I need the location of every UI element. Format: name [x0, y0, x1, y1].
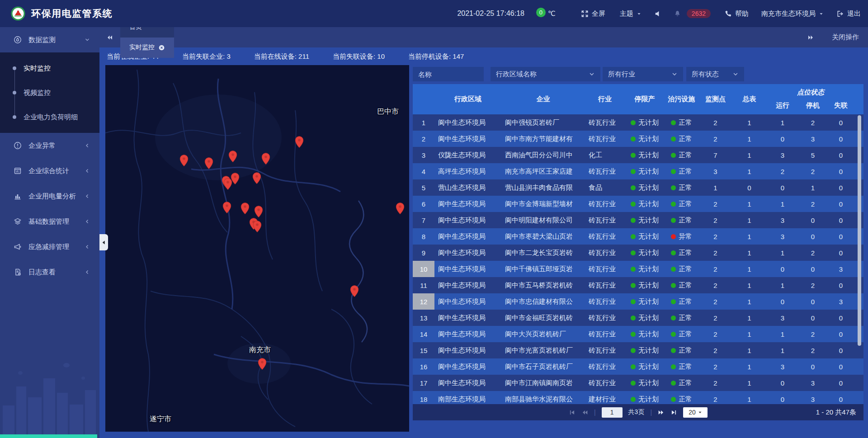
status-dot-green	[631, 299, 636, 304]
table-row[interactable]: 16阆中生态环境局阆中市石子页岩机砖厂砖瓦行业无计划正常21300	[413, 358, 863, 375]
notification-button[interactable]: 2632	[674, 9, 711, 18]
page-last-icon[interactable]	[670, 409, 677, 416]
table-row[interactable]: 14阆中生态环境局阆中大兴页岩机砖厂砖瓦行业无计划正常21120	[413, 326, 863, 342]
tabs-scroll-left-button[interactable]	[99, 27, 120, 47]
table-row[interactable]: 18南部生态环境局南部县驰华水泥有限公建材行业无计划正常21030	[413, 391, 863, 404]
cell-limit: 无计划	[625, 358, 665, 375]
status-dot-green	[671, 185, 676, 190]
sidebar-subitem[interactable]: 视频监控	[0, 80, 99, 105]
cell-meters: 1	[732, 293, 766, 310]
map-pin-icon[interactable]	[254, 206, 263, 218]
cell-company: 阆中市石子页岩机砖厂	[501, 358, 585, 375]
sidebar-item-power-analysis[interactable]: 企业用电量分析	[0, 184, 99, 209]
region-filter-select[interactable]: 行政区域名称	[491, 67, 600, 81]
cell-meters: 0	[732, 179, 766, 196]
map-pin-icon[interactable]	[179, 155, 189, 167]
cell-company: 阆中明阳建材有限公司	[501, 212, 585, 228]
map-pin-icon[interactable]	[241, 203, 250, 215]
horn-icon	[14, 243, 22, 251]
point-status-subheaders: 运行停机失联	[766, 97, 855, 114]
sidebar-subitem[interactable]: 企业电力负荷明细	[0, 105, 99, 129]
table-row[interactable]: 7阆中生态环境局阆中明阳建材有限公司砖瓦行业无计划正常21300	[413, 212, 863, 228]
sidebar-item-enterprise-stats[interactable]: 企业综合统计	[0, 158, 99, 184]
city-label: 巴中市	[377, 107, 399, 117]
cell-facility: 正常	[665, 277, 698, 293]
sidebar-subitem[interactable]: 实时监控	[0, 56, 99, 80]
sidebar-item-enterprise-abnormal[interactable]: 企业异常	[0, 133, 99, 158]
sidebar-item-base-data[interactable]: 基础数据管理	[0, 209, 99, 234]
table-row[interactable]: 8阆中生态环境局阆中市枣碧大梁山页岩砖瓦行业无计划异常21300	[413, 228, 863, 245]
table-row[interactable]: 12阆中生态环境局阆中市忠信建材有限公砖瓦行业无计划正常21003	[413, 293, 863, 310]
chevron-down-icon	[84, 37, 90, 43]
table-scrollbar[interactable]	[858, 115, 861, 346]
table-row[interactable]: 2阆中生态环境局阆中市南方节能建材有砖瓦行业无计划正常21030	[413, 131, 863, 147]
cell-facility-text: 正常	[679, 184, 692, 192]
industry-filter-select[interactable]: 所有行业	[603, 67, 683, 81]
cell-num: 16	[413, 358, 434, 375]
sidebar-item-emergency[interactable]: 应急减排管理	[0, 234, 99, 259]
table-row[interactable]: 11阆中生态环境局阆中市五马桥页岩机砖砖瓦行业无计划正常21120	[413, 277, 863, 293]
page-next-icon[interactable]	[658, 409, 665, 416]
stat-label: 当前停机设备:	[408, 52, 453, 60]
close-operations-button[interactable]: 关闭操作	[821, 33, 868, 42]
map-pin-icon[interactable]	[222, 202, 231, 214]
table-row[interactable]: 3仪陇生态环境局西南油气田分公司川中化工无计划正常71350	[413, 147, 863, 163]
table-row[interactable]: 9阆中生态环境局阆中市二龙长宝页岩砖砖瓦行业无计划正常21120	[413, 245, 863, 261]
map-pin-icon[interactable]	[228, 151, 237, 163]
sidebar-item-data-monitor[interactable]: 数据监测	[0, 27, 99, 52]
cell-limit-text: 无计划	[638, 151, 659, 160]
map-pin-icon[interactable]	[295, 136, 304, 148]
table-row[interactable]: 6阆中生态环境局阆中市金博瑞新型墙材砖瓦行业无计划正常21120	[413, 196, 863, 212]
table-row[interactable]: 13阆中生态环境局阆中市金福旺页岩机砖砖瓦行业无计划正常21300	[413, 310, 863, 326]
map-pin-icon[interactable]	[261, 153, 270, 165]
sidebar-item-log-view[interactable]: 日志查看	[0, 259, 99, 285]
map-pin-icon[interactable]	[253, 221, 262, 233]
sidebar-subitem-label: 企业电力负荷明细	[24, 113, 78, 122]
cell-company: 西南油气田分公司川中	[501, 147, 585, 163]
map-pin-icon[interactable]	[350, 285, 359, 297]
tabs-scroll-right-button[interactable]	[800, 27, 821, 47]
org-menu-button[interactable]: 南充市生态环境局	[761, 9, 824, 18]
name-filter-field[interactable]	[413, 67, 484, 81]
cell-run: 0	[766, 293, 799, 310]
tab-实时监控[interactable]: 实时监控	[120, 38, 174, 58]
chevron-left-icon	[84, 193, 90, 199]
map-pin-icon[interactable]	[258, 358, 267, 370]
cell-industry: 砖瓦行业	[585, 245, 625, 261]
chevron-down-icon	[732, 71, 739, 77]
cell-limit: 无计划	[625, 342, 665, 358]
page-number-input[interactable]: 1	[602, 407, 623, 418]
table-row[interactable]: 17阆中生态环境局阆中市江南镇阆南页岩砖瓦行业无计划正常21030	[413, 375, 863, 391]
map-panel[interactable]: 巴中市南充市遂宁市	[105, 65, 409, 432]
fullscreen-button[interactable]: 全屏	[581, 9, 605, 18]
cell-run: 0	[766, 131, 799, 147]
exit-icon	[836, 10, 844, 18]
cell-industry: 化工	[585, 147, 625, 163]
status-filter-select[interactable]: 所有状态	[686, 67, 744, 81]
page-size-select[interactable]: 20	[683, 407, 708, 418]
status-dot-red	[671, 234, 676, 239]
status-dot-green	[631, 364, 636, 369]
cell-industry: 砖瓦行业	[585, 131, 625, 147]
cell-region: 阆中生态环境局	[434, 196, 501, 212]
stats-bar: 当前在线企业: 44当前失联企业: 3当前在线设备: 211当前失联设备: 10…	[99, 47, 868, 66]
table-row[interactable]: 4高坪生态环境局南充市高坪区王家店建砖瓦行业无计划正常31220	[413, 163, 863, 179]
table-row[interactable]: 5营山生态环境局营山县润丰肉食品有限食品无计划正常10010	[413, 179, 863, 196]
map-roads	[105, 65, 409, 432]
table-row[interactable]: 15阆中生态环境局阆中市光富页岩机砖厂砖瓦行业无计划正常21120	[413, 342, 863, 358]
map-pin-icon[interactable]	[252, 172, 261, 184]
map-pin-icon[interactable]	[204, 157, 213, 170]
table-row[interactable]: 1阆中生态环境局阆中强锐页岩砖厂砖瓦行业无计划正常21120	[413, 114, 863, 131]
theme-button[interactable]: 主题	[620, 9, 642, 18]
help-button[interactable]: 帮助	[724, 9, 749, 18]
close-circle-icon	[158, 44, 165, 51]
mute-button[interactable]	[654, 10, 662, 18]
name-filter-input[interactable]	[418, 71, 478, 78]
cell-limit: 无计划	[625, 131, 665, 147]
table-row[interactable]: 10阆中生态环境局阆中千佛镇五郎垭页岩砖瓦行业无计划正常21003	[413, 261, 863, 277]
map-collapse-handle[interactable]	[99, 234, 108, 250]
map-pin-icon[interactable]	[223, 178, 232, 190]
map-pin-icon[interactable]	[396, 203, 405, 215]
logout-button[interactable]: 退出	[836, 9, 861, 18]
table-header-facility: 治污设施	[665, 84, 698, 114]
